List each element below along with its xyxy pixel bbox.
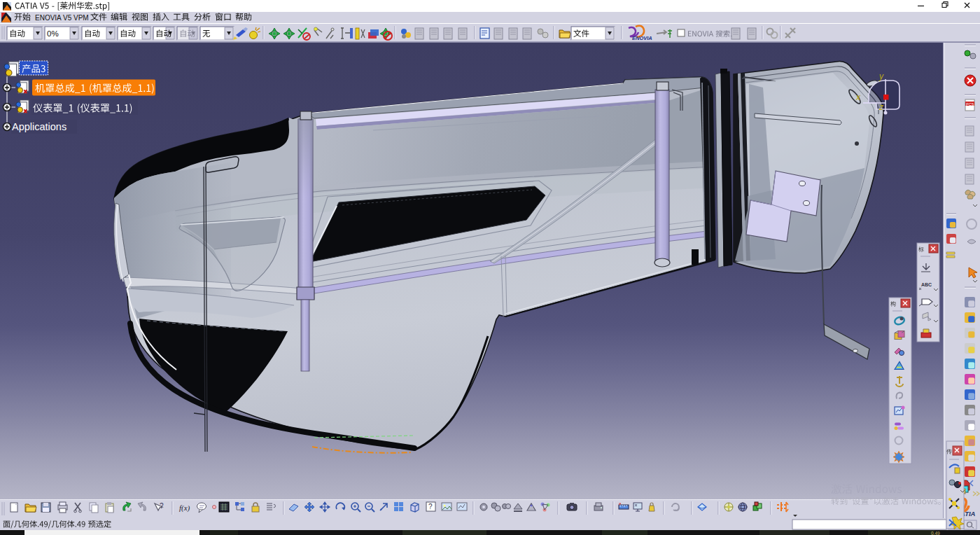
svg-text:x: x <box>855 92 861 102</box>
svg-text:ABC: ABC <box>921 282 932 287</box>
svg-text:ENOVIA: ENOVIA <box>632 35 652 41</box>
svg-text:z: z <box>878 102 883 112</box>
svg-text:?: ? <box>160 502 164 510</box>
svg-text:0.49: 0.49 <box>931 531 940 535</box>
svg-text:0%: 0% <box>47 29 59 38</box>
svg-text:Applications: Applications <box>12 121 66 132</box>
svg-text:ENOVIA V5 VPM: ENOVIA V5 VPM <box>35 14 89 22</box>
svg-text:f(x): f(x) <box>179 503 190 513</box>
svg-text:y: y <box>878 71 884 81</box>
svg-text:PCS: PCS <box>966 102 974 106</box>
svg-text:?: ? <box>428 503 433 510</box>
